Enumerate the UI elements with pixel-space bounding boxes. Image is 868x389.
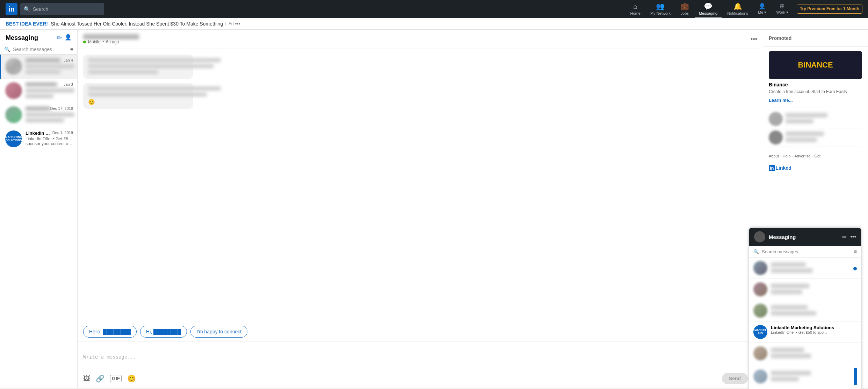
avatar (769, 130, 783, 144)
popup-compose-button[interactable]: ✏ (842, 234, 847, 240)
chat-contact-info: Mobile • 6h ago (83, 34, 139, 44)
list-item[interactable]: Jan 3 (0, 79, 77, 103)
home-icon: ⌂ (633, 2, 637, 10)
message-date: Jan 4 (64, 58, 73, 62)
popup-filter-icon[interactable]: ≡ (854, 249, 857, 254)
message-text (88, 58, 221, 62)
add-contact-button[interactable]: 👤 (65, 34, 72, 42)
nav-home[interactable]: ⌂ Home (626, 0, 645, 18)
messaging-sidebar: Messaging ✏ 👤 🔍 ≡ Jan 4 (0, 30, 78, 388)
linkedin-in-logo: in (769, 165, 775, 171)
message-preview-2: sponsor your content on... (26, 141, 73, 146)
promoted-header: Promoted (763, 30, 868, 47)
nav-messaging-label: Messaging (699, 11, 717, 15)
nav-messaging[interactable]: 💬 Messaging (695, 0, 722, 18)
offer-name: LinkedIn Marketing Solutions (771, 325, 857, 330)
popup-search-icon: 🔍 (753, 249, 759, 254)
popup-list-item[interactable] (749, 257, 861, 279)
footer-advertise[interactable]: Advertise (795, 154, 811, 158)
nav-notifications[interactable]: 🔔 Notifications (723, 0, 752, 18)
popup-item-preview (771, 377, 799, 381)
popup-linkedin-offer[interactable]: MARKETING LinkedIn Marketing Solutions L… (749, 321, 861, 343)
popup-item-info (771, 262, 850, 274)
learn-more-link[interactable]: Learn me... (769, 98, 862, 103)
popup-list-item[interactable] (749, 343, 861, 364)
popup-item-preview (771, 290, 802, 294)
nav-notifications-label: Notifications (727, 11, 748, 15)
popup-list-item[interactable] (749, 279, 861, 300)
nav-me[interactable]: 👤 Me ▾ (754, 0, 771, 18)
chat-status: Mobile • 6h ago (83, 40, 139, 44)
message-preview (26, 112, 74, 117)
quick-reply-hi[interactable]: Hi, ████████ (140, 326, 187, 338)
messaging-icon: 💬 (704, 2, 713, 10)
popup-item-info (771, 371, 851, 382)
footer-get[interactable]: Get (814, 154, 820, 158)
contact-name (26, 82, 57, 87)
chat-messages: 😊 (78, 49, 763, 322)
message-input[interactable] (83, 354, 757, 365)
linkedin-avatar: MARKETINGSOLUTIONS (5, 130, 22, 147)
nav-work[interactable]: ⊞ Work ▾ (772, 0, 793, 18)
status-separator: • (102, 40, 104, 44)
ad-more-button[interactable]: ••• (235, 21, 240, 27)
nav-work-label: Work ▾ (776, 10, 788, 15)
list-item[interactable]: Dec 17, 2019 (0, 103, 77, 127)
filter-icon[interactable]: ≡ (70, 47, 73, 52)
msg-search-input[interactable] (13, 47, 67, 52)
nav-jobs-label: Jobs (681, 11, 689, 15)
popup-item-info (771, 305, 857, 317)
search-input[interactable] (33, 6, 101, 12)
message-preview-2 (26, 118, 64, 122)
message-preview-2 (26, 94, 53, 98)
send-button[interactable]: Send (722, 373, 748, 384)
nav-my-network[interactable]: 👥 My Network (646, 0, 675, 18)
message-bubble-group (83, 55, 230, 79)
emoji-button[interactable]: 😊 (127, 374, 136, 383)
message-text (88, 64, 214, 68)
promoted-ad: BINANC E Binance Create a free account. … (763, 47, 868, 107)
popup-item-avatar (753, 261, 767, 275)
footer-help[interactable]: Help (783, 154, 791, 158)
quick-reply-connect[interactable]: I'm happy to connect (190, 326, 247, 338)
list-item[interactable]: Jan 4 (0, 55, 77, 79)
popup-item-avatar (753, 304, 767, 318)
compose-button[interactable]: ✏ (57, 34, 62, 42)
list-item[interactable]: MARKETINGSOLUTIONS LinkedIn Marke... Dec… (0, 127, 77, 151)
work-icon: ⊞ (780, 3, 784, 9)
conversation-info: LinkedIn Marke... Dec 1, 2019 LinkedIn O… (26, 130, 73, 147)
link-button[interactable]: 🔗 (96, 374, 104, 383)
item-info (786, 113, 862, 125)
chat-more-button[interactable]: ••• (751, 36, 757, 43)
popup-conversation-list: MARKETING LinkedIn Marketing Solutions L… (749, 257, 861, 388)
nav-jobs[interactable]: 💼 Jobs (676, 0, 693, 18)
conversation-info: Jan 4 (26, 58, 73, 75)
message-preview-2 (26, 70, 60, 74)
image-attach-button[interactable]: 🖼 (83, 375, 90, 383)
popup-item-avatar (753, 282, 767, 296)
bell-icon: 🔔 (733, 2, 742, 10)
nav-search-bar[interactable]: 🔍 (20, 3, 104, 15)
messaging-popup: Messaging ✏ ••• 🔍 ≡ (749, 228, 861, 388)
msg-search-bar: 🔍 ≡ (0, 44, 77, 55)
quick-reply-hello[interactable]: Hello, ████████ (83, 326, 137, 338)
nav-home-label: Home (630, 11, 641, 15)
popup-search-input[interactable] (762, 249, 851, 254)
gif-button[interactable]: GIF (110, 375, 122, 382)
avatar (769, 112, 783, 126)
chat-contact-name (83, 34, 139, 40)
sidebar-header: Messaging ✏ 👤 (0, 30, 77, 44)
popup-more-button[interactable]: ••• (850, 234, 856, 240)
conversation-info: Jan 3 (26, 82, 73, 99)
popup-list-item[interactable] (749, 364, 861, 388)
item-detail (786, 119, 813, 123)
message-date: Jan 3 (64, 82, 73, 86)
footer-about[interactable]: About (769, 154, 779, 158)
promoted-company-name: Binance (769, 82, 862, 87)
popup-list-item[interactable] (749, 300, 861, 321)
premium-button[interactable]: Try Premium Free for 1 Month (797, 5, 862, 14)
popup-item-info (771, 284, 857, 295)
message-preview (26, 88, 74, 93)
linkedin-logo[interactable]: in (6, 3, 17, 15)
status-indicator (83, 41, 86, 43)
